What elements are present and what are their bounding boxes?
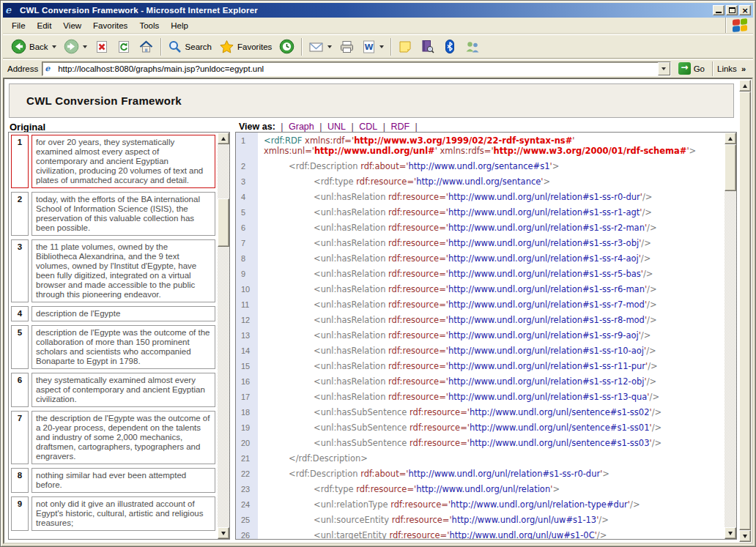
address-dropdown-button[interactable] xyxy=(658,62,670,75)
code-text: <unl:hasRelation rdf:resource='http://ww… xyxy=(258,284,723,294)
code-segment: rdf:resource=' xyxy=(388,192,448,202)
maximize-button[interactable] xyxy=(726,5,738,15)
scrollbar-track[interactable] xyxy=(724,144,736,527)
original-sentence-row[interactable]: 2today, with the efforts of the BA inter… xyxy=(11,192,215,236)
title-bar[interactable]: e CWL Conversion Framework - Microsoft I… xyxy=(3,3,753,18)
sentence-number: 6 xyxy=(11,373,29,407)
scroll-up-button[interactable] xyxy=(724,133,736,144)
original-sentence-row[interactable]: 8nothing similar had ever been attempted… xyxy=(11,468,215,493)
toolbar-forward-button[interactable] xyxy=(60,37,91,57)
address-url: http://localhost:8080/graphs/main.jsp?un… xyxy=(58,64,657,73)
toolbar-refresh-button[interactable] xyxy=(113,37,135,57)
menu-item-view[interactable]: View xyxy=(57,19,87,32)
scroll-up-button[interactable] xyxy=(218,133,229,144)
code-segment: /> xyxy=(642,207,652,217)
toolbar-word-edit-button[interactable]: W xyxy=(358,37,388,57)
code-segment: rdf:resource=' xyxy=(356,176,416,187)
sentence-number: 1 xyxy=(11,135,29,188)
toolbar-print-button[interactable] xyxy=(336,37,358,57)
sentence-text[interactable]: not only did it give an illustrated acco… xyxy=(32,496,215,531)
code-text: <unl:hasSubSentence rdf:resource='http:/… xyxy=(258,407,723,417)
code-segment: http://www.undl.org/unl/relation#s1-ss-r… xyxy=(448,284,645,294)
code-text: <unl:hasRelation rdf:resource='http://ww… xyxy=(258,192,723,202)
line-number: 2 xyxy=(236,161,258,171)
sentence-text[interactable]: description de l'Egypte was the outcome … xyxy=(32,325,215,369)
line-number: 24 xyxy=(236,499,258,510)
sentence-text[interactable]: the 11 plate volumes, owned by the Bibli… xyxy=(32,239,215,302)
code-segment: rdf:resource=' xyxy=(388,315,448,325)
toolbar-note-button[interactable] xyxy=(394,37,416,57)
toolbar-bluetooth-button[interactable] xyxy=(439,37,461,57)
scrollbar-thumb[interactable] xyxy=(218,198,229,247)
view-as-graph-link[interactable]: Graph xyxy=(289,122,314,132)
sentence-number: 2 xyxy=(11,192,29,236)
original-scrollbar[interactable] xyxy=(218,133,229,539)
scroll-down-button[interactable] xyxy=(724,527,736,539)
go-button[interactable]: → Go xyxy=(675,62,708,75)
minimize-button[interactable] xyxy=(713,5,724,15)
toolbar-research-button[interactable] xyxy=(416,37,439,57)
chevron-down-icon[interactable] xyxy=(52,45,56,48)
chevron-down-icon[interactable] xyxy=(327,45,332,48)
word-edit-icon: W xyxy=(362,40,376,54)
original-sentence-row[interactable]: 3the 11 plate volumes, owned by the Bibl… xyxy=(11,239,215,302)
toolbar-back-label: Back xyxy=(29,42,48,51)
sentence-text[interactable]: they systematically examined almost ever… xyxy=(32,373,215,407)
code-line: 3<rdf:type rdf:resource='http://www.undl… xyxy=(236,176,723,187)
scrollbar-thumb[interactable] xyxy=(739,92,751,530)
page-scrollbar[interactable] xyxy=(739,80,751,542)
toolbar-history-button[interactable] xyxy=(275,37,298,57)
view-as-unl-link[interactable]: UNL xyxy=(327,122,346,132)
address-input[interactable]: e http://localhost:8080/graphs/main.jsp?… xyxy=(42,62,670,76)
code-segment: /> xyxy=(647,315,657,325)
view-as-separator: | xyxy=(410,122,420,132)
original-sentence-row[interactable]: 1for over 20 years, they systematically … xyxy=(11,135,215,188)
line-number: 16 xyxy=(236,376,258,387)
sentence-text[interactable]: nothing similar had ever been attempted … xyxy=(32,468,215,493)
code-segment: <rdf:Description xyxy=(289,161,360,171)
view-as-cdl-link[interactable]: CDL xyxy=(359,122,377,132)
menu-item-file[interactable]: File xyxy=(6,19,32,32)
menu-item-edit[interactable]: Edit xyxy=(32,19,58,32)
toolbar-stop-button[interactable] xyxy=(91,37,113,57)
code-scrollbar[interactable] xyxy=(724,133,736,539)
code-line: 23<rdf:type rdf:resource='http://www.und… xyxy=(236,484,723,494)
sentence-text[interactable]: for over 20 years, they systematically e… xyxy=(32,135,215,188)
toolbar-messenger-button[interactable] xyxy=(461,37,484,57)
original-sentence-row[interactable]: 4description de l'Egypte xyxy=(11,306,215,321)
research-icon xyxy=(420,39,435,54)
scroll-down-button[interactable] xyxy=(739,530,751,542)
toolbar-home-button[interactable] xyxy=(135,37,158,57)
original-sentence-row[interactable]: 5description de l'Egypte was the outcome… xyxy=(11,325,215,369)
code-segment: rdf:resource=' xyxy=(410,438,470,448)
code-segment: rdf:resource=' xyxy=(388,238,448,248)
code-segment: rdf:resource=' xyxy=(388,346,448,356)
scroll-down-button[interactable] xyxy=(218,527,229,539)
close-button[interactable]: × xyxy=(739,5,751,15)
toolbar-back-button[interactable]: Back xyxy=(7,37,60,57)
code-text: <unl:relationType rdf:resource='http://w… xyxy=(258,499,723,510)
scrollbar-thumb[interactable] xyxy=(724,144,736,191)
chevron-down-icon[interactable] xyxy=(379,45,384,48)
code-segment: > xyxy=(552,484,560,494)
menu-item-tools[interactable]: Tools xyxy=(133,19,165,32)
original-sentence-row[interactable]: 6they systematically examined almost eve… xyxy=(11,373,215,407)
toolbar-favorites-button[interactable]: Favorites xyxy=(215,37,275,57)
sentence-text[interactable]: description de l'Egypte xyxy=(32,306,215,321)
original-sentence-row[interactable]: 7the description de l'Egypte was the out… xyxy=(11,411,215,464)
sentence-text[interactable]: the description de l'Egypte was the outc… xyxy=(32,411,215,464)
sentence-text[interactable]: today, with the efforts of the BA intern… xyxy=(32,192,215,236)
code-text: <rdf:Description rdf:about='http://www.u… xyxy=(258,161,723,171)
chevron-down-icon[interactable] xyxy=(83,45,87,48)
view-as-rdf-link[interactable]: RDF xyxy=(390,122,410,132)
menu-item-favorites[interactable]: Favorites xyxy=(87,19,133,32)
menu-item-help[interactable]: Help xyxy=(165,19,194,32)
links-toolbar[interactable]: Links » xyxy=(712,62,750,76)
toolbar-favorites-label: Favorites xyxy=(237,42,272,51)
toolbar-search-button[interactable]: Search xyxy=(164,37,215,57)
arrow-down-icon xyxy=(743,535,747,538)
original-sentence-row[interactable]: 9not only did it give an illustrated acc… xyxy=(11,496,215,531)
scroll-up-button[interactable] xyxy=(739,80,751,92)
chevron-right-icon[interactable]: » xyxy=(741,64,746,73)
toolbar-mail-button[interactable] xyxy=(305,37,336,57)
